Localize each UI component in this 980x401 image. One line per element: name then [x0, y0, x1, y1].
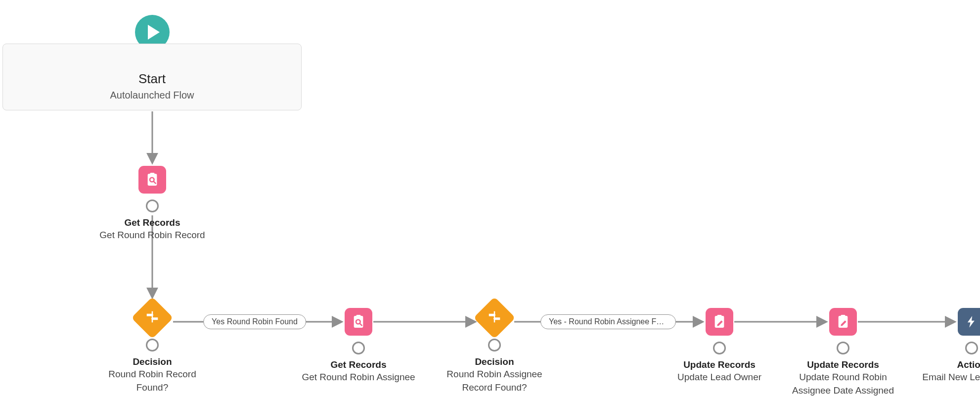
signpost-icon: [487, 309, 502, 324]
clipboard-edit-icon: [835, 314, 851, 330]
svg-rect-18: [717, 315, 721, 317]
start-title: Start: [3, 71, 301, 87]
node-name-label-l1: Round Robin Assignee: [425, 368, 564, 381]
node-type-label: Decision: [425, 356, 564, 367]
node-type-label: Update Records: [774, 359, 912, 370]
connector-ring[interactable]: [146, 200, 159, 212]
node-name-label-l1: Update Round Robin: [774, 371, 912, 384]
svg-rect-16: [494, 311, 495, 323]
svg-rect-13: [356, 315, 360, 317]
node-type-label: Update Records: [655, 359, 784, 370]
svg-rect-20: [841, 315, 845, 317]
update-records-node-2[interactable]: Update Records Update Round Robin Assign…: [774, 308, 912, 397]
connector-ring[interactable]: [837, 342, 849, 354]
node-name-label-l1: Round Robin Record: [88, 368, 217, 381]
flow-canvas[interactable]: Start Autolaunched Flow Get Records Get …: [0, 0, 980, 401]
clipboard-search-icon: [144, 172, 160, 188]
action-node[interactable]: Action Email New Lead Owner: [902, 308, 980, 384]
node-name-label: Get Round Robin Assignee: [279, 371, 438, 384]
node-name-label-l2: Found?: [88, 382, 217, 394]
connector-ring[interactable]: [352, 342, 365, 354]
start-subtitle: Autolaunched Flow: [3, 90, 301, 101]
node-name-label: Get Round Robin Record: [73, 229, 231, 242]
update-records-icon: [706, 308, 733, 336]
signpost-icon: [145, 309, 160, 324]
get-records-node-1[interactable]: Get Records Get Round Robin Record: [73, 166, 231, 242]
node-type-label: Action: [902, 359, 980, 370]
connector-ring[interactable]: [713, 342, 726, 354]
node-name-label-l2: Record Found?: [425, 382, 564, 394]
lightning-icon: [965, 315, 979, 329]
node-type-label: Get Records: [279, 359, 438, 370]
clipboard-edit-icon: [712, 314, 727, 330]
node-type-label: Decision: [88, 356, 217, 367]
connector-ring[interactable]: [146, 339, 159, 351]
decision-icon: [474, 297, 516, 339]
get-records-icon: [345, 308, 372, 336]
clipboard-search-icon: [351, 314, 366, 330]
node-name-label: Email New Lead Owner: [902, 371, 980, 384]
node-name-label-l2: Assignee Date Assigned: [774, 385, 912, 397]
decision-icon: [132, 297, 174, 339]
action-icon: [958, 308, 980, 336]
connector-ring[interactable]: [965, 342, 978, 354]
start-node[interactable]: Start Autolaunched Flow: [2, 44, 302, 110]
svg-rect-11: [152, 311, 153, 323]
update-records-icon: [829, 308, 857, 336]
play-icon: [148, 25, 160, 40]
svg-rect-8: [150, 173, 154, 175]
get-records-icon: [138, 166, 166, 194]
update-records-node-1[interactable]: Update Records Update Lead Owner: [655, 308, 784, 384]
connector-ring[interactable]: [488, 339, 501, 351]
node-name-label: Update Lead Owner: [655, 371, 784, 384]
node-type-label: Get Records: [73, 217, 231, 228]
get-records-node-2[interactable]: Get Records Get Round Robin Assignee: [279, 308, 438, 384]
decision-node-1[interactable]: Decision Round Robin Record Found?: [88, 303, 217, 394]
